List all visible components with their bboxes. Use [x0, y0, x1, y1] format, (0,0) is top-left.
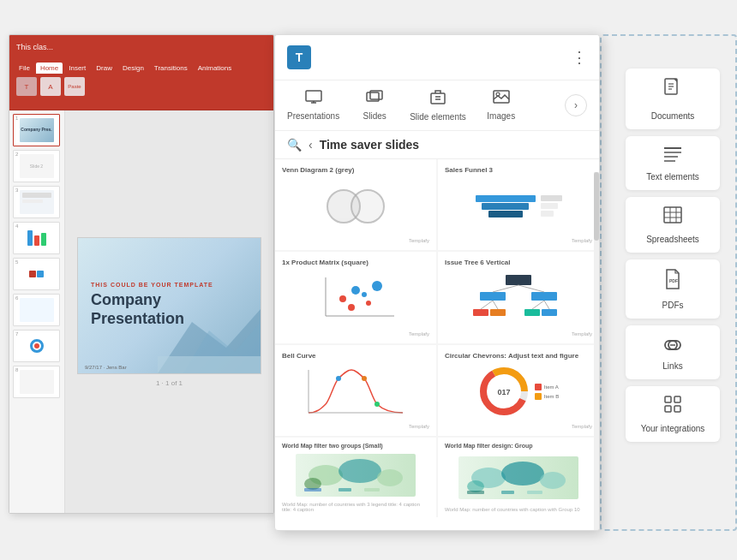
svg-rect-76 [674, 406, 680, 412]
svg-point-46 [304, 478, 321, 490]
svg-text:017: 017 [497, 388, 510, 396]
scroll-thumb [594, 172, 599, 241]
grid-card-bell-curve[interactable]: Bell Curve Templafy [275, 345, 436, 436]
svg-rect-54 [467, 491, 484, 494]
nav-item-slides[interactable]: Slides [353, 90, 396, 121]
ppt-tab-insert[interactable]: Insert [64, 63, 90, 74]
nav-arrow-right[interactable]: › [565, 94, 587, 116]
svg-rect-27 [490, 309, 506, 316]
svg-line-32 [532, 301, 544, 309]
world-map-1-visual [296, 454, 416, 497]
images-icon [493, 90, 510, 108]
ppt-tab-home[interactable]: Home [36, 63, 63, 74]
spreadsheets-icon [662, 206, 683, 229]
funnel-label-2 [541, 203, 558, 209]
nav-item-images[interactable]: Images [480, 90, 523, 121]
ppt-slide-thumb-1[interactable]: 1 Company Pres. [13, 114, 60, 146]
svg-rect-21 [506, 275, 531, 285]
sidebar-item-integrations[interactable]: Your integrations [626, 386, 720, 442]
integrations-label: Your integrations [641, 424, 705, 433]
world-map-1-content [282, 451, 429, 499]
presentations-label: Presentations [287, 111, 339, 121]
sidebar-item-spreadsheets[interactable]: Spreadsheets [626, 197, 720, 253]
svg-point-38 [374, 402, 380, 407]
templafy-nav: Presentations Slides Slide elements [275, 80, 599, 131]
nav-item-slide-elements[interactable]: Slide elements [410, 89, 466, 122]
ppt-mountain-illustration [158, 305, 261, 373]
legend-item-1: Item A [535, 384, 559, 390]
sidebar-item-pdfs[interactable]: PDF PDFs [626, 259, 720, 319]
issue-tree-card-title: Issue Tree 6 Vertical [445, 259, 592, 266]
templafy-menu-button[interactable]: ⋮ [572, 48, 587, 67]
svg-point-51 [501, 462, 544, 486]
ppt-slide-thumb-7[interactable]: 7 [13, 330, 60, 362]
ppt-slide-thumb-6[interactable]: 6 [13, 294, 60, 326]
slides-icon [366, 90, 383, 108]
ppt-tab-transitions[interactable]: Transitions [150, 63, 192, 74]
slide-elements-label: Slide elements [410, 112, 466, 122]
world-map-1-subtitle: World Map: number of countries with 3 le… [282, 502, 429, 512]
svg-line-25 [518, 285, 544, 292]
ppt-tab-animations[interactable]: Animations [194, 63, 237, 74]
ppt-ribbon-tabs: File Home Insert Draw Design Transitions… [9, 59, 273, 74]
ppt-paste-icon: Paste [64, 77, 85, 96]
funnel-card-footer: Templafy [445, 238, 592, 243]
donut-chart-visual: 017 [478, 366, 530, 417]
ppt-tab-file[interactable]: File [15, 63, 34, 74]
grid-card-matrix[interactable]: 1x Product Matrix (square) Templafy [275, 252, 436, 343]
sidebar-item-documents[interactable]: Documents [626, 69, 720, 129]
svg-point-15 [339, 295, 346, 302]
ppt-titlebar: This clas... [9, 35, 273, 59]
ppt-window: This clas... File Home Insert Draw Desig… [9, 34, 274, 514]
templafy-panel: T ⋮ Presentations Slides [274, 34, 600, 531]
venn-card-title: Venn Diagram 2 (grey) [282, 166, 429, 174]
matrix-card-title: 1x Product Matrix (square) [282, 259, 429, 266]
world-map-2-title: World Map filter design: Group [445, 443, 592, 449]
ppt-font-icon: A [40, 77, 61, 96]
svg-rect-26 [473, 309, 488, 316]
grid-card-world-map-2[interactable]: World Map filter design: Group World Map… [438, 438, 599, 517]
funnel-label-1 [541, 195, 562, 201]
sidebar-item-links[interactable]: Links [626, 325, 720, 379]
grid-card-donut[interactable]: Circular Chevrons: Adjust text and figur… [438, 345, 599, 436]
presentations-icon [305, 90, 322, 108]
bell-curve-card-title: Bell Curve [282, 352, 429, 360]
grid-card-funnel[interactable]: Sales Funnel 3 Templafy [438, 159, 599, 250]
legend-item-2: Item B [535, 393, 559, 400]
text-elements-icon [662, 145, 683, 167]
sidebar-item-text-elements[interactable]: Text elements [626, 136, 720, 190]
world-map-2-visual [458, 456, 578, 499]
grid-card-world-map-1[interactable]: World Map filter two groups (Small) [275, 438, 436, 517]
ppt-slide-thumb-2[interactable]: 2 Slide 2 [13, 150, 60, 182]
matrix-visual [313, 273, 398, 325]
issue-tree-card-footer: Templafy [445, 331, 592, 337]
svg-rect-49 [364, 488, 380, 491]
pdfs-label: PDFs [662, 301, 684, 310]
svg-point-53 [467, 480, 484, 492]
ppt-slide-thumb-3[interactable]: 3 [13, 186, 60, 218]
ppt-slide-thumb-8[interactable]: 8 [13, 366, 60, 398]
donut-card-content: 017 Item A Item B [445, 363, 592, 420]
slides-label: Slides [363, 111, 386, 121]
bell-curve-visual [304, 366, 407, 417]
ppt-slides-panel: 1 Company Pres. 2 Slide 2 3 [9, 110, 65, 513]
documents-icon [662, 77, 683, 106]
grid-card-issue-tree[interactable]: Issue Tree 6 Vertical [438, 252, 599, 343]
funnel-row-3 [488, 211, 523, 217]
grid-card-venn[interactable]: Venn Diagram 2 (grey) Templafy [275, 159, 436, 250]
ppt-slide-thumb-4[interactable]: 4 [13, 222, 60, 254]
donut-svg: 017 [478, 366, 530, 417]
ppt-tab-draw[interactable]: Draw [92, 63, 117, 74]
matrix-card-content [282, 270, 429, 327]
venn-card-footer: Templafy [282, 238, 429, 243]
nav-item-presentations[interactable]: Presentations [287, 90, 339, 121]
issue-tree-visual [471, 273, 566, 325]
ppt-tab-design[interactable]: Design [118, 63, 148, 74]
svg-line-30 [481, 301, 493, 309]
ppt-slide-thumb-5[interactable]: 5 [13, 258, 60, 290]
back-arrow-button[interactable]: ‹ [309, 138, 313, 152]
ppt-slide-date: 9/27/17 · Jens Bar [85, 365, 127, 370]
ppt-title: This clas... [16, 43, 53, 51]
pdfs-icon: PDF [663, 268, 682, 295]
funnel-row-1 [476, 195, 536, 202]
